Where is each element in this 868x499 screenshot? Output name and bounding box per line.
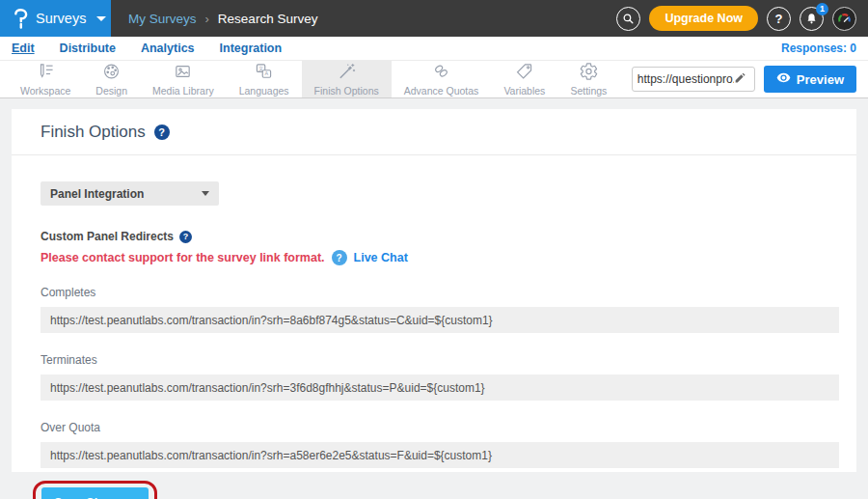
custom-panel-redirects-heading: Custom Panel Redirects ? <box>41 230 839 243</box>
product-name: Surveys <box>36 11 86 26</box>
toolbar-tab-label: Languages <box>239 85 289 97</box>
dropdown-value: Panel Integration <box>50 187 144 201</box>
toolbar-tab-label: Design <box>95 85 127 97</box>
toolbar-tab-media-library[interactable]: Media Library <box>140 61 227 97</box>
terminates-url-input[interactable] <box>41 374 839 401</box>
image-icon <box>173 62 193 83</box>
over-quota-url-input[interactable] <box>41 442 839 468</box>
product-switcher[interactable]: Surveys <box>0 0 111 37</box>
toolbar-tab-variables[interactable]: Variables <box>491 61 557 97</box>
over-quota-label: Over Quota <box>41 421 839 434</box>
toolbar-tab-label: Finish Options <box>314 85 379 97</box>
eye-icon <box>776 70 791 88</box>
preview-label: Preview <box>797 72 844 87</box>
breadcrumb: My Surveys › Research Survey <box>128 0 317 37</box>
toolbar-tab-design[interactable]: Design <box>83 61 140 97</box>
redirect-field-completes: Completes <box>41 286 839 333</box>
notifications[interactable]: 1 <box>800 7 824 31</box>
breadcrumb-my-surveys[interactable]: My Surveys <box>128 12 197 26</box>
tab-edit[interactable]: Edit <box>12 42 35 55</box>
survey-url-box <box>632 67 755 92</box>
toolbar-tab-finish-options[interactable]: Finish Options <box>302 61 392 97</box>
app-header: Surveys My Surveys › Research Survey Upg… <box>0 0 868 37</box>
support-notice-row: Please contact support for the survey li… <box>41 250 839 265</box>
upgrade-now-button[interactable]: Upgrade Now <box>649 6 758 31</box>
tag-icon <box>514 62 534 83</box>
tab-integration[interactable]: Integration <box>220 42 283 55</box>
magic-wand-icon <box>337 62 357 83</box>
preview-button[interactable]: Preview <box>764 66 856 93</box>
translate-icon: 文A <box>254 62 274 83</box>
breadcrumb-survey-name: Research Survey <box>218 12 318 26</box>
palette-icon <box>101 62 122 83</box>
redirects-help-icon[interactable]: ? <box>179 231 192 243</box>
notification-count-badge: 1 <box>816 3 828 15</box>
toolbar-tab-label: Variables <box>503 85 545 97</box>
support-notice-text: Please contact support for the survey li… <box>41 251 325 264</box>
panel-body: Panel Integration Custom Panel Redirects… <box>12 181 856 499</box>
panel-integration-dropdown[interactable]: Panel Integration <box>41 181 219 206</box>
chain-link-icon <box>431 62 451 83</box>
chevron-down-icon <box>202 191 209 196</box>
toolbar-tab-settings[interactable]: Settings <box>557 61 619 97</box>
toolbar-tab-languages[interactable]: 文A Languages <box>227 61 302 97</box>
toolbar-right: Preview <box>632 61 868 97</box>
survey-url-input[interactable] <box>637 72 734 86</box>
help-icon[interactable]: ? <box>767 7 791 31</box>
finish-options-panel: Finish Options ? Panel Integration Custo… <box>12 109 856 472</box>
toolbar-tab-label: Advance Quotas <box>404 85 479 97</box>
tab-distribute[interactable]: Distribute <box>60 42 116 55</box>
search-icon[interactable] <box>616 7 640 31</box>
live-chat-icon[interactable]: ? <box>332 250 347 265</box>
breadcrumb-separator: › <box>205 12 209 26</box>
terminates-label: Terminates <box>41 353 839 367</box>
edit-pencil-icon[interactable] <box>734 70 746 88</box>
save-changes-button[interactable]: Save Changes <box>41 487 149 499</box>
questionpro-logo-icon <box>14 9 28 29</box>
redirect-field-terminates: Terminates <box>41 353 839 401</box>
responses-count: Responses: 0 <box>781 42 856 55</box>
toolbar-tab-label: Workspace <box>20 85 70 97</box>
toolbar-tab-label: Media Library <box>152 85 214 97</box>
svg-text:A: A <box>265 70 269 76</box>
workspace-icon <box>36 62 56 83</box>
section-title: Custom Panel Redirects <box>41 230 174 243</box>
page-title: Finish Options <box>41 123 146 142</box>
survey-nav: Edit Distribute Analytics Integration Re… <box>0 37 868 60</box>
toolbar-tab-label: Settings <box>570 85 607 97</box>
toolbar-tab-advance-quotas[interactable]: Advance Quotas <box>392 61 492 97</box>
panel-header: Finish Options ? <box>12 109 856 155</box>
live-chat-link[interactable]: Live Chat <box>354 251 408 264</box>
completes-url-input[interactable] <box>41 307 839 333</box>
completes-label: Completes <box>41 286 839 299</box>
finish-options-help-icon[interactable]: ? <box>154 125 170 140</box>
edit-toolbar: Workspace Design Media Library 文A Langua… <box>0 60 868 98</box>
avatar[interactable] <box>832 7 856 31</box>
toolbar-tab-workspace[interactable]: Workspace <box>8 61 83 97</box>
header-actions: Upgrade Now ? 1 <box>616 0 868 37</box>
gear-icon <box>579 62 599 83</box>
tab-analytics[interactable]: Analytics <box>141 42 195 55</box>
save-highlight-annotation: Save Changes <box>33 481 157 499</box>
chevron-down-icon <box>96 16 106 21</box>
redirect-field-over-quota: Over Quota <box>41 421 839 468</box>
